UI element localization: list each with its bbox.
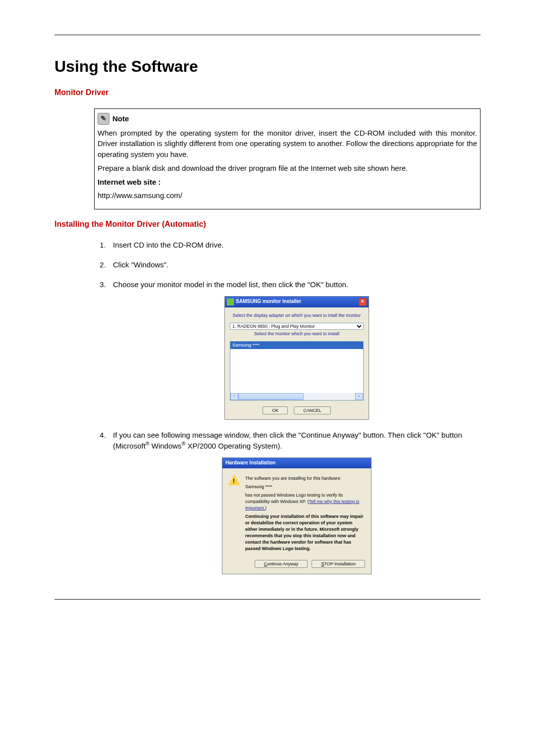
hw-logo-b: ) [265,505,267,510]
hw-device: Samsung **** [245,484,365,490]
hardware-installation-dialog: Hardware Installation The software you a… [222,457,372,574]
step-3-text: Choose your monitor model in the model l… [113,280,348,289]
adapter-caption: Select the display adapter on which you … [230,312,364,319]
scroll-left-icon[interactable]: ‹ [230,393,238,400]
hw-warning-bold: Continuing your installation of this sof… [245,513,365,552]
scroll-track[interactable] [238,393,355,400]
step-2: Click "Windows". [108,259,481,270]
accel-s: S [321,561,324,566]
stop-installation-button[interactable]: STOP Installation [312,560,365,568]
scroll-right-icon[interactable]: › [355,393,363,400]
hw-line1: The software you are installing for this… [245,475,365,482]
page-title: Using the Software [54,55,481,78]
bottom-rule [54,599,481,600]
list-item[interactable]: Samsung **** [230,342,363,349]
note-paragraph-1: When prompted by the operating system fo… [98,128,477,160]
continue-anyway-button[interactable]: Continue Anyway [255,560,308,568]
cancel-button[interactable]: CANCEL [294,406,331,414]
reg-1: ® [146,441,150,447]
samsung-installer-dialog: SAMSUNG monitor installer × Select the d… [224,296,369,420]
step-1: Insert CD into the CD-ROM drive. [108,240,481,251]
dialog-titlebar: SAMSUNG monitor installer × [225,297,369,307]
note-label: Note [112,113,129,124]
note-icon: ✎ [98,113,109,125]
hw-logo-text: has not passed Windows Logo testing to v… [245,492,365,511]
step-4-text-part2: Windows [150,442,182,450]
close-icon[interactable]: × [359,298,367,306]
monitor-caption: Select the monitor which you want to ins… [230,331,364,337]
warning-icon [228,474,240,485]
horizontal-scrollbar[interactable]: ‹ › [230,393,363,400]
note-box: ✎ Note When prompted by the operating sy… [94,108,481,210]
accel-c: C [264,561,268,566]
internet-site-url: http://www.samsung.com/ [98,190,477,201]
note-paragraph-2: Prepare a blank disk and download the dr… [98,163,477,174]
internet-site-label: Internet web site : [98,177,477,188]
top-rule [54,35,481,35]
dialog-title: SAMSUNG monitor installer [236,298,301,305]
step-4: If you can see following message window,… [108,430,481,575]
section-monitor-driver: Monitor Driver [54,87,481,98]
step-4-text-part3: XP/2000 Operating System). [185,442,282,450]
scroll-thumb[interactable] [238,393,304,400]
app-icon [227,299,234,305]
dialog-title: Hardware Installation [222,458,371,468]
section-install-automatic: Installing the Monitor Driver (Automatic… [54,218,481,230]
monitor-listbox[interactable]: Samsung **** ‹ › [230,341,364,401]
adapter-combo[interactable]: 1. RADEON 9550 : Plug and Play Monitor [230,323,364,330]
ok-button[interactable]: OK [263,406,288,414]
step-3: Choose your monitor model in the model l… [108,279,481,420]
